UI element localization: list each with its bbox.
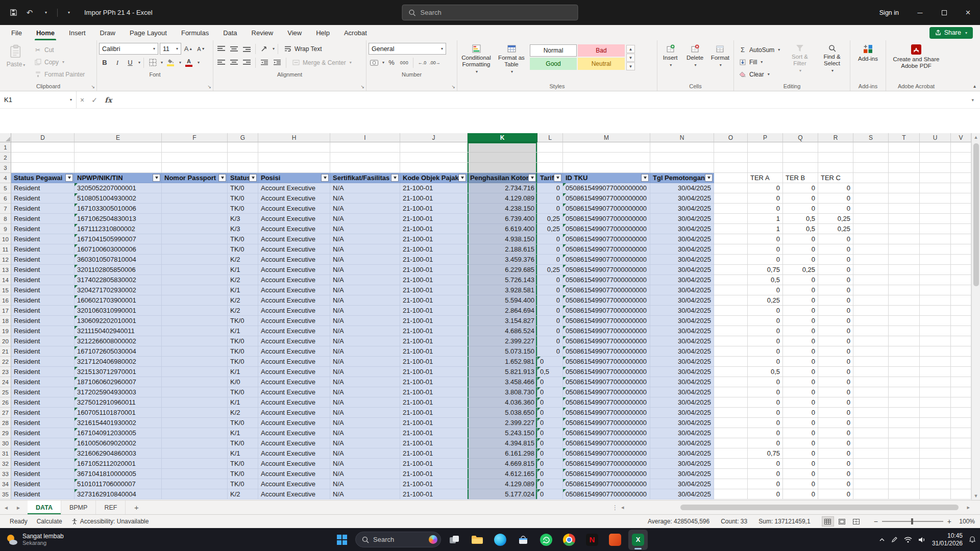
cell-S5[interactable]	[853, 183, 889, 193]
cell-V12[interactable]	[951, 255, 971, 265]
cell-N1[interactable]	[650, 142, 714, 153]
cell-style-neutral[interactable]: Neutral	[578, 58, 625, 70]
cell-M22[interactable]: 0508615499077000000000	[563, 357, 650, 367]
cell-D4[interactable]: Status Pegawai	[11, 173, 75, 183]
column-header-D[interactable]: D	[11, 133, 75, 142]
cell-H10[interactable]: Account Executive	[258, 234, 330, 244]
cell-M8[interactable]: 0508615499077000000000	[563, 214, 650, 224]
enter-icon[interactable]: ✓	[88, 96, 101, 104]
cell-G14[interactable]: K/2	[228, 275, 258, 285]
normal-view-icon[interactable]	[822, 516, 834, 527]
taskbar-search[interactable]: Search	[355, 532, 441, 547]
underline-dropdown-icon[interactable]: ▾	[138, 60, 140, 65]
cell-E22[interactable]: 3217120406980002	[75, 357, 162, 367]
cell-T3[interactable]	[889, 163, 920, 173]
cell-Q15[interactable]: 0	[783, 285, 818, 295]
cell-N23[interactable]: 30/04/2025	[650, 367, 714, 377]
cell-F20[interactable]	[162, 336, 228, 346]
cell-K9[interactable]: 6.619.400	[468, 224, 537, 234]
underline-button[interactable]: U	[125, 57, 136, 68]
cell-F31[interactable]	[162, 448, 228, 459]
cell-N35[interactable]: 30/04/2025	[650, 489, 714, 499]
cell-Q33[interactable]: 0	[783, 469, 818, 479]
cell-R33[interactable]: 0	[818, 469, 853, 479]
cell-N28[interactable]: 30/04/2025	[650, 418, 714, 428]
align-center-icon[interactable]	[228, 57, 239, 68]
cell-I17[interactable]: N/A	[330, 306, 400, 316]
insert-cells-button[interactable]: Insert▾	[659, 42, 681, 67]
cell-V27[interactable]	[951, 408, 971, 418]
row-header-34[interactable]: 34	[0, 479, 11, 489]
cell-J9[interactable]: 21-100-01	[400, 224, 468, 234]
cell-J12[interactable]: 21-100-01	[400, 255, 468, 265]
cell-I27[interactable]: N/A	[330, 408, 400, 418]
cell-G13[interactable]: K/1	[228, 265, 258, 275]
row-header-19[interactable]: 19	[0, 326, 11, 336]
cell-T31[interactable]	[889, 448, 920, 459]
cell-G1[interactable]	[228, 142, 258, 153]
row-header-15[interactable]: 15	[0, 285, 11, 295]
cell-E18[interactable]: 1306092202010001	[75, 316, 162, 326]
cell-P25[interactable]: 0	[748, 387, 783, 397]
cell-L33[interactable]: 0	[537, 469, 563, 479]
cell-S1[interactable]	[853, 142, 889, 153]
cell-N21[interactable]: 30/04/2025	[650, 346, 714, 357]
cell-P22[interactable]: 0	[748, 357, 783, 367]
cell-H25[interactable]: Account Executive	[258, 387, 330, 397]
row-header-7[interactable]: 7	[0, 204, 11, 214]
cell-D8[interactable]: Resident	[11, 214, 75, 224]
cell-P11[interactable]: 0	[748, 244, 783, 255]
cell-Q18[interactable]: 0	[783, 316, 818, 326]
cell-E10[interactable]: 1671041505990007	[75, 234, 162, 244]
cell-S17[interactable]	[853, 306, 889, 316]
cell-L17[interactable]: 0	[537, 306, 563, 316]
cell-M16[interactable]: 0508615499077000000000	[563, 295, 650, 306]
cell-K35[interactable]: 5.177.024	[468, 489, 537, 499]
cell-S3[interactable]	[853, 163, 889, 173]
cell-G28[interactable]: TK/0	[228, 418, 258, 428]
cell-H12[interactable]: Account Executive	[258, 255, 330, 265]
cell-U12[interactable]	[920, 255, 951, 265]
cell-G18[interactable]: TK/0	[228, 316, 258, 326]
ribbon-tab-help[interactable]: Help	[309, 25, 337, 40]
cell-S32[interactable]	[853, 459, 889, 469]
gallery-down-icon[interactable]: ▼	[626, 54, 635, 62]
cell-V26[interactable]	[951, 397, 971, 408]
cell-D10[interactable]: Resident	[11, 234, 75, 244]
cell-S19[interactable]	[853, 326, 889, 336]
column-header-O[interactable]: O	[714, 133, 748, 142]
cell-P10[interactable]: 0	[748, 234, 783, 244]
cell-N4[interactable]: Tgl Pemotongan	[650, 173, 714, 183]
cell-F16[interactable]	[162, 295, 228, 306]
cell-I12[interactable]: N/A	[330, 255, 400, 265]
cell-G24[interactable]: K/0	[228, 377, 258, 387]
cell-P19[interactable]: 0	[748, 326, 783, 336]
cell-D31[interactable]: Resident	[11, 448, 75, 459]
cell-I2[interactable]	[330, 153, 400, 163]
zoom-slider[interactable]	[882, 521, 943, 522]
cell-E7[interactable]: 1671033005010006	[75, 204, 162, 214]
cell-Q20[interactable]: 0	[783, 336, 818, 346]
cell-I35[interactable]: N/A	[330, 489, 400, 499]
cell-O7[interactable]	[714, 204, 748, 214]
cell-R25[interactable]: 0	[818, 387, 853, 397]
align-middle-icon[interactable]	[228, 43, 239, 55]
cell-T34[interactable]	[889, 479, 920, 489]
sort-filter-button[interactable]: Sort & Filter▾	[785, 42, 815, 73]
cell-P14[interactable]: 0,5	[748, 275, 783, 285]
cell-U14[interactable]	[920, 275, 951, 285]
cell-L2[interactable]	[537, 153, 563, 163]
cell-D2[interactable]	[11, 153, 75, 163]
cell-I10[interactable]: N/A	[330, 234, 400, 244]
cell-U29[interactable]	[920, 428, 951, 438]
cell-T17[interactable]	[889, 306, 920, 316]
cell-N31[interactable]: 30/04/2025	[650, 448, 714, 459]
cell-P1[interactable]	[748, 142, 783, 153]
cell-M31[interactable]: 0508615499077000000000	[563, 448, 650, 459]
cell-F12[interactable]	[162, 255, 228, 265]
percent-style-icon[interactable]: %	[386, 57, 397, 68]
cell-F19[interactable]	[162, 326, 228, 336]
cell-E14[interactable]: 3174022805830002	[75, 275, 162, 285]
cell-N26[interactable]: 30/04/2025	[650, 397, 714, 408]
cell-E21[interactable]: 1671072605030004	[75, 346, 162, 357]
